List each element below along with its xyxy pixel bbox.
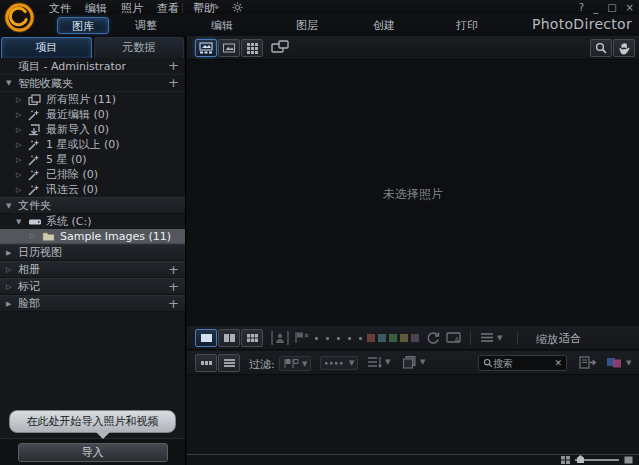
zoom-tool-button[interactable] [590, 39, 612, 57]
browser-only-view-button[interactable] [241, 39, 263, 57]
add-button[interactable]: + [168, 61, 179, 71]
module-tab-2[interactable]: 调整 [124, 17, 168, 34]
expander-arrow-icon[interactable]: ▼ [6, 202, 18, 210]
module-tab-3[interactable]: 编辑 [200, 17, 244, 34]
redo-icon[interactable]: ↷ [210, 1, 219, 14]
flag-filter-button[interactable]: ▼ [279, 356, 311, 371]
rating-dot[interactable] [359, 337, 362, 340]
tree-item[interactable]: ▷已排除 (0) [0, 167, 185, 182]
tree-item[interactable]: ▼系统 (C:) [0, 214, 185, 229]
list-view-button[interactable] [218, 354, 240, 372]
rating-dot[interactable] [326, 337, 329, 340]
large-thumbnails-icon[interactable] [624, 456, 633, 464]
color-label-swatch[interactable] [410, 333, 420, 343]
tree-item[interactable]: ▷1 星或以上 (0) [0, 137, 185, 152]
add-button[interactable]: + [168, 299, 179, 309]
color-label-swatch[interactable] [388, 333, 398, 343]
collection-header[interactable]: 项目 - Administrator+ [0, 58, 185, 75]
section-header[interactable]: ▷标记+ [0, 278, 185, 295]
tree-item[interactable]: ▷所有照片 (11) [0, 92, 185, 107]
module-tab-4[interactable]: 图层 [285, 17, 329, 34]
sort-menu-button[interactable]: ▼ [367, 356, 390, 368]
menu-item[interactable]: 查看 [150, 1, 186, 16]
expander-arrow-icon[interactable]: ▷ [6, 283, 18, 291]
menu-item[interactable]: 文件 [42, 1, 78, 16]
star-rating-control[interactable] [315, 337, 362, 340]
rename-button[interactable]: A [446, 331, 462, 344]
viewer-and-filmstrip-view-button[interactable] [195, 39, 217, 57]
tree-item[interactable]: ▷5 星 (0) [0, 152, 185, 167]
face-tag-button[interactable] [271, 331, 289, 345]
expander-arrow-icon[interactable]: ▷ [16, 126, 28, 134]
thumbnail-size-slider[interactable] [575, 459, 619, 461]
color-label-control[interactable] [366, 333, 420, 343]
viewer-only-view-button[interactable] [218, 39, 240, 57]
help-button[interactable]: ? [579, 2, 584, 13]
pan-tool-button[interactable] [613, 39, 635, 57]
flag-button[interactable] [294, 331, 310, 344]
zoom-level-dropdown[interactable]: 适合 ▼ [559, 330, 631, 346]
rating-dot[interactable] [315, 337, 318, 340]
expander-arrow-icon[interactable]: ▷ [16, 171, 28, 179]
menu-item[interactable]: 编辑 [78, 1, 114, 16]
maximize-button[interactable]: □ [607, 2, 616, 13]
expander-arrow-icon[interactable]: ▷ [30, 232, 42, 240]
item-label: 最新导入 (0) [46, 122, 109, 137]
panel-tab[interactable]: 项目 [1, 37, 92, 58]
add-button[interactable]: + [168, 265, 179, 275]
section-header[interactable]: ▼文件夹 [0, 197, 185, 214]
section-header[interactable]: ▷相册+ [0, 261, 185, 278]
expander-arrow-icon[interactable]: ▷ [16, 111, 28, 119]
menu-item[interactable]: 照片 [114, 1, 150, 16]
module-tab-1[interactable]: 图库 [57, 17, 109, 34]
export-button[interactable] [579, 356, 597, 369]
share-button[interactable]: ▼ [606, 357, 631, 368]
thumbnail-view-button[interactable] [195, 354, 217, 372]
expander-arrow-icon[interactable]: ▷ [6, 266, 18, 274]
rating-dot[interactable] [348, 337, 351, 340]
color-label-swatch[interactable] [399, 333, 409, 343]
settings-gear-icon[interactable] [232, 2, 243, 13]
expander-arrow-icon[interactable]: ▶ [6, 300, 18, 308]
add-button[interactable]: + [168, 282, 179, 292]
search-input[interactable] [493, 358, 552, 369]
expander-arrow-icon[interactable]: ▷ [16, 96, 28, 104]
slider-handle[interactable] [577, 455, 584, 463]
close-button[interactable]: × [626, 2, 634, 13]
tree-item-selected[interactable]: ▷Sample Images (11) [0, 229, 185, 244]
rating-filter-button[interactable]: ▼ [320, 356, 358, 370]
rotate-button[interactable] [426, 331, 440, 345]
undo-icon[interactable]: ↶ [194, 1, 203, 14]
rating-dot[interactable] [337, 337, 340, 340]
module-tab-6[interactable]: 打印 [445, 17, 489, 34]
compare-view-icon [223, 333, 236, 343]
small-thumbnails-icon[interactable] [561, 456, 570, 464]
expander-arrow-icon[interactable]: ▷ [16, 186, 28, 194]
color-label-swatch[interactable] [366, 333, 376, 343]
import-button[interactable]: 导入 [18, 443, 168, 462]
stack-menu-button[interactable]: ▼ [402, 355, 425, 369]
clear-search-icon[interactable]: ✕ [554, 358, 562, 368]
color-label-swatch[interactable] [377, 333, 387, 343]
tree-item[interactable]: ▷最近编辑 (0) [0, 107, 185, 122]
search-box[interactable]: ✕ [478, 355, 567, 371]
expander-arrow-icon[interactable]: ▷ [16, 156, 28, 164]
expander-arrow-icon[interactable]: ▶ [6, 249, 18, 257]
expander-arrow-icon[interactable]: ▼ [6, 79, 18, 87]
compare-view-button[interactable] [218, 329, 240, 347]
multi-view-button[interactable] [241, 329, 263, 347]
single-view-button[interactable] [195, 329, 217, 347]
info-display-menu-button[interactable]: ▼ [480, 332, 502, 343]
section-header[interactable]: ▶脸部+ [0, 295, 185, 312]
secondary-monitor-button[interactable] [271, 40, 289, 54]
collection-header[interactable]: ▼智能收藏夹+ [0, 75, 185, 92]
panel-tab[interactable]: 元数据 [94, 37, 185, 58]
module-tab-5[interactable]: 创建 [362, 17, 406, 34]
expander-arrow-icon[interactable]: ▼ [16, 218, 28, 226]
tree-item[interactable]: ▷最新导入 (0) [0, 122, 185, 137]
section-header[interactable]: ▶日历视图 [0, 244, 185, 261]
add-button[interactable]: + [168, 78, 179, 88]
expander-arrow-icon[interactable]: ▷ [16, 141, 28, 149]
minimize-button[interactable]: _ [593, 2, 598, 13]
tree-item[interactable]: ▷讯连云 (0) [0, 182, 185, 197]
